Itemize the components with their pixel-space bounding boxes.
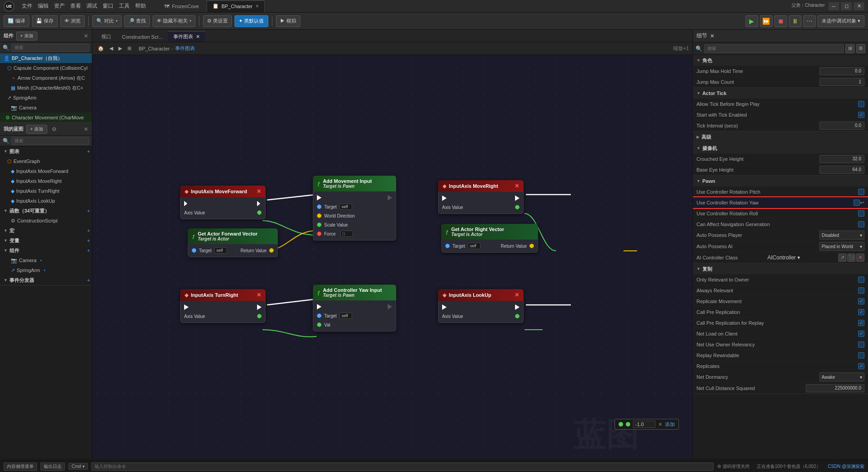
bp-functions-add[interactable]: + <box>87 208 90 213</box>
section-pawn-header[interactable]: ▼ Pawn <box>693 176 868 186</box>
menu-asset[interactable]: 资产 <box>54 2 65 10</box>
section-camera-header[interactable]: ▼ 摄像机 <box>693 143 868 154</box>
blueprints-settings-icon[interactable]: ⚙ <box>52 126 57 132</box>
menu-file[interactable]: 文件 <box>22 2 32 10</box>
node-moveforward-exec-out[interactable] <box>184 201 189 206</box>
node-moveforward-exec-out2[interactable] <box>257 201 262 206</box>
bp-section-functions[interactable]: ▼ 函数（34可重置） + <box>0 206 92 216</box>
node-add-movement-input[interactable]: ƒ Add Movement Input Target is Pawn Tar <box>313 176 396 241</box>
node-yaw-val-pin[interactable] <box>317 322 321 327</box>
node-addmovement-target-pin[interactable] <box>317 204 321 209</box>
replicates-checkbox[interactable] <box>858 363 864 369</box>
call-pre-rep-checkbox[interactable] <box>858 309 864 315</box>
output-log-btn[interactable]: 输出日志 <box>41 463 65 471</box>
component-camera[interactable]: 📷 Camera <box>0 103 92 113</box>
bp-camera[interactable]: 📷 Camera ▪ <box>0 255 92 265</box>
component-char-movement[interactable]: ⚙ Character Movement (CharMove <box>0 113 92 123</box>
forward-btn[interactable]: ▶ <box>117 45 124 52</box>
node-get-right-vector[interactable]: ƒ Get Actor Right Vector Target is Actor… <box>441 224 538 253</box>
bp-components-add[interactable]: + <box>87 248 90 253</box>
component-arrow[interactable]: → Arrow Component (Arrow) 在C <box>0 73 92 83</box>
close-btn[interactable]: ✕ <box>854 2 864 10</box>
net-dormancy-select[interactable]: Awake ▾ <box>819 372 864 381</box>
debug-status[interactable]: 未选中调试对象 ▾ <box>818 15 864 27</box>
bp-inputaxis-moveforward[interactable]: ◆ InputAxis MoveForward <box>0 166 92 176</box>
net-cull-distance-input[interactable] <box>806 384 864 392</box>
node-turnright-axis-pin[interactable] <box>257 314 262 318</box>
use-ctrl-yaw-checkbox[interactable] <box>854 200 860 206</box>
node-inputaxis-turnright[interactable]: ◆ InputAxis TurnRight ✕ Axis Value <box>180 289 266 323</box>
hide-unrelated-btn[interactable]: 👁 隐藏不相关 ▾ <box>153 15 195 27</box>
tick-before-begin-checkbox[interactable] <box>858 101 864 107</box>
section-character-header[interactable]: ▼ 角色 <box>693 55 868 66</box>
node-getforward-target-pin[interactable] <box>192 248 196 253</box>
bp-variables-add[interactable]: + <box>87 238 90 243</box>
cmd-dropdown[interactable]: Cmd ▾ <box>68 463 88 470</box>
net-use-owner-checkbox[interactable] <box>858 341 864 348</box>
detail-settings-btn[interactable]: ⚙ <box>856 44 865 53</box>
menu-debug[interactable]: 调试 <box>86 2 97 10</box>
canvas-tab-construction[interactable]: Construction Scr... <box>117 31 168 42</box>
tab-bp-character[interactable]: 📋 BP_Character ✕ <box>207 0 265 12</box>
play-advance-btn[interactable]: ⏩ <box>760 15 773 27</box>
bp-section-dispatchers[interactable]: ▼ 事件分发器 + <box>0 275 92 285</box>
component-mesh[interactable]: ▦ Mesh (CharacterMesh0) 在C+ <box>0 83 92 93</box>
components-search-input[interactable] <box>11 44 89 52</box>
ai-controller-select[interactable]: AIController ▾ <box>768 254 837 261</box>
bp-graph-add[interactable]: + <box>87 149 90 154</box>
node-add-controller-yaw[interactable]: ƒ Add Controller Yaw Input Target is Paw… <box>313 285 396 331</box>
blueprints-search-input[interactable] <box>11 137 89 145</box>
node-moveright-close[interactable]: ✕ <box>515 183 519 189</box>
node-moveforward-axis-pin[interactable] <box>257 210 262 215</box>
pause-btn[interactable]: ⏸ <box>789 15 801 27</box>
bp-springarm[interactable]: ↗ SpringArm ▪ <box>0 265 92 275</box>
home-btn[interactable]: 🏠 <box>96 45 106 52</box>
node-getforward-return-pin[interactable] <box>269 248 274 253</box>
node-addmovement-force-pin[interactable] <box>317 231 321 236</box>
use-ctrl-yaw-revert-icon[interactable]: ↩ <box>860 200 864 206</box>
stop-btn[interactable]: ⏹ <box>774 15 787 27</box>
component-capsule[interactable]: ⬡ Capsule Component (CollisionCyl <box>0 63 92 73</box>
node-moveforward-close[interactable]: ✕ <box>257 188 261 195</box>
hierarchy-btn[interactable]: ⊞ <box>126 45 133 52</box>
can-affect-nav-checkbox[interactable] <box>858 221 864 227</box>
menu-tools[interactable]: 工具 <box>119 2 130 10</box>
bp-inputaxis-lookup[interactable]: ◆ InputAxis LookUp <box>0 196 92 206</box>
ai-clear-btn[interactable]: ⬛ <box>847 254 855 262</box>
compare-btn[interactable]: 🔍 对比 ▾ <box>92 15 122 27</box>
content-browser-btn[interactable]: 内容侧滑菜单 <box>4 463 37 471</box>
node-get-forward-vector[interactable]: ƒ Get Actor Forward Vector Target is Act… <box>188 228 278 257</box>
component-bp-character[interactable]: 👤 BP_Character（自我） <box>0 53 92 63</box>
compile-btn[interactable]: 🔄 🔄 编译编译 <box>4 15 29 27</box>
menu-window[interactable]: 窗口 <box>103 2 113 10</box>
bp-inputaxis-turnright[interactable]: ◆ InputAxis TurnRight <box>0 186 92 196</box>
save-btn[interactable]: 💾 保存 <box>32 15 58 27</box>
always-relevant-checkbox[interactable] <box>858 287 864 294</box>
minimize-btn[interactable]: ─ <box>828 2 839 10</box>
jump-max-count-input[interactable] <box>819 78 864 86</box>
overlay-value-input[interactable] <box>633 421 656 428</box>
bp-section-components[interactable]: ▼ 组件 + <box>0 245 92 255</box>
back-btn[interactable]: ◀ <box>108 45 115 52</box>
breadcrumb-parent[interactable]: BP_Character <box>139 46 170 51</box>
replicate-movement-checkbox[interactable] <box>858 298 864 304</box>
node-addmovement-worlddir-pin[interactable] <box>317 213 321 218</box>
component-springarm[interactable]: ↗ SpringArm <box>0 93 92 103</box>
crouched-eye-height-input[interactable] <box>819 155 864 163</box>
menu-help[interactable]: 帮助 <box>135 2 146 10</box>
tab-bp-character-close[interactable]: ✕ <box>255 4 259 9</box>
auto-possess-player-select[interactable]: Disabled ▾ <box>819 231 864 240</box>
use-ctrl-roll-checkbox[interactable] <box>858 210 864 217</box>
node-getright-return-pin[interactable] <box>529 244 534 248</box>
only-relevant-checkbox[interactable] <box>858 277 864 283</box>
replay-rewindable-checkbox[interactable] <box>858 352 864 359</box>
use-ctrl-pitch-checkbox[interactable] <box>858 189 864 195</box>
base-eye-height-input[interactable] <box>819 166 864 174</box>
jump-max-hold-input[interactable] <box>819 67 864 75</box>
node-turnright-close[interactable]: ✕ <box>257 292 261 298</box>
restore-btn[interactable]: ◻ <box>841 2 852 10</box>
add-component-btn[interactable]: + 添加 <box>16 32 37 41</box>
bp-construction-script[interactable]: ⚙ ConstructionScript <box>0 216 92 226</box>
find-btn[interactable]: 🔎 查找 <box>124 15 150 27</box>
class-settings-btn[interactable]: ⚙ 类设置 <box>203 15 232 27</box>
